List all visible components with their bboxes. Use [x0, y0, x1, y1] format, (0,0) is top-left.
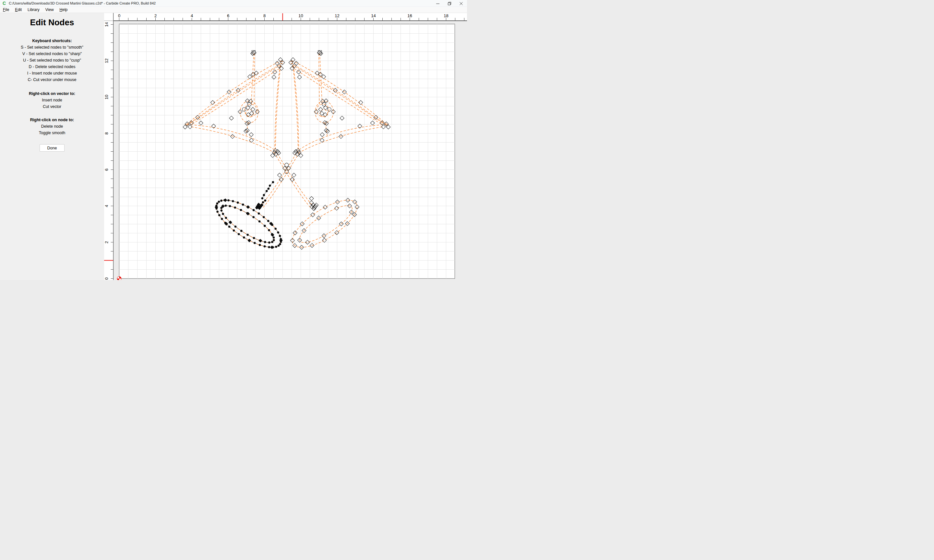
svg-text:0: 0: [118, 13, 120, 18]
menu-file[interactable]: File: [0, 8, 12, 12]
restore-icon: [448, 2, 451, 5]
svg-text:12: 12: [104, 58, 109, 63]
done-button[interactable]: Done: [40, 144, 65, 152]
shortcut-insert: I - Insert node under mouse: [0, 70, 104, 77]
rightclick-node-heading: Right-click on node to:: [0, 117, 104, 123]
svg-text:18: 18: [444, 13, 448, 18]
node-delete-node: Delete node: [0, 123, 104, 130]
vector-cut-vector: Cut vector: [0, 103, 104, 110]
restore-button[interactable]: [444, 0, 455, 7]
keyboard-shortcuts-heading: Keyboard shortcuts:: [0, 38, 104, 44]
close-icon: [459, 2, 463, 5]
edit-nodes-panel: Edit Nodes Keyboard shortcuts: S - Set s…: [0, 13, 105, 280]
menu-view[interactable]: View: [43, 8, 57, 12]
minimize-icon: [436, 2, 439, 5]
svg-text:2: 2: [104, 241, 109, 243]
shortcut-delete: D - Delete selected nodes: [0, 63, 104, 70]
close-button[interactable]: [455, 0, 467, 7]
app-logo-icon: C: [3, 0, 6, 7]
svg-text:10: 10: [104, 95, 109, 99]
svg-text:8: 8: [264, 13, 266, 18]
vector-insert-node: Insert node: [0, 97, 104, 103]
svg-text:6: 6: [104, 169, 109, 171]
window-controls: [432, 0, 467, 7]
minimize-button[interactable]: [432, 0, 444, 7]
svg-text:2: 2: [154, 13, 157, 18]
svg-text:14: 14: [104, 22, 109, 26]
svg-text:16: 16: [407, 13, 412, 18]
title-bar: C C:/Users/willa/Downloads/3D Crossed Ma…: [0, 0, 467, 7]
page-title: Edit Nodes: [0, 17, 104, 28]
window-title: C:/Users/willa/Downloads/3D Crossed Mart…: [9, 1, 156, 5]
shortcut-sharp: V - Set selected nodes to "sharp": [0, 51, 104, 57]
svg-text:6: 6: [227, 13, 229, 18]
menu-library[interactable]: Library: [25, 8, 43, 12]
menu-edit[interactable]: Edit: [12, 8, 25, 12]
svg-text:0: 0: [104, 277, 109, 280]
svg-text:4: 4: [104, 205, 109, 207]
svg-text:14: 14: [371, 13, 376, 18]
menu-bar: File Edit Library View Help: [0, 7, 467, 13]
svg-text:12: 12: [335, 13, 339, 18]
svg-text:8: 8: [104, 132, 109, 134]
rightclick-vector-heading: Right-click on vector to:: [0, 91, 104, 97]
menu-help[interactable]: Help: [57, 8, 71, 12]
node-toggle-smooth: Toggle smooth: [0, 130, 104, 136]
svg-text:4: 4: [191, 13, 193, 18]
shortcut-smooth: S - Set selected nodes to "smooth": [0, 44, 104, 51]
shortcut-cut: C- Cut vector under mouse: [0, 77, 104, 83]
svg-text:10: 10: [298, 13, 303, 18]
shortcut-cusp: U - Set selected nodes to "cusp": [0, 57, 104, 63]
design-canvas[interactable]: 02468101214161802468101214: [104, 13, 467, 280]
